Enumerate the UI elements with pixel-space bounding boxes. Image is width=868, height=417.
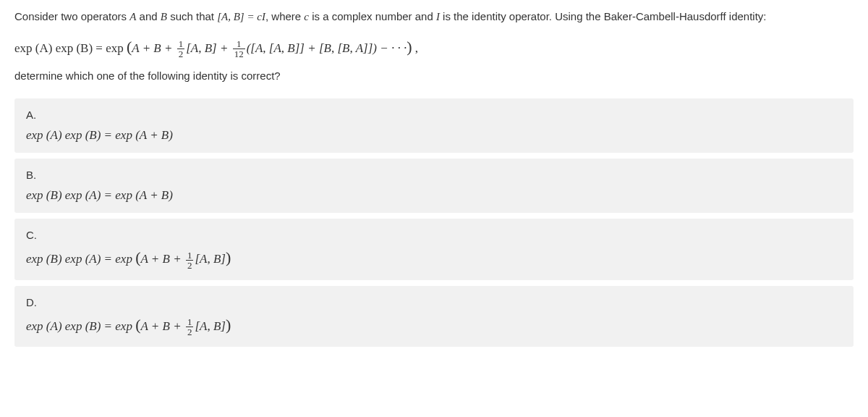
option-a-label: A.: [26, 109, 842, 121]
var-B: B: [161, 11, 167, 22]
commutator: [A, B] = cI: [217, 11, 265, 22]
option-c-label: C.: [26, 229, 842, 241]
main-formula: exp (A) exp (B) = exp (A + B + 12[A, B] …: [14, 34, 854, 59]
formula-lhs: exp (A) exp (B) = exp: [14, 41, 127, 55]
intro-text-3: such that: [167, 10, 217, 22]
intro-text-1: Consider two operators: [14, 10, 129, 22]
option-a-formula: exp (A) exp (B) = exp (A + B): [26, 128, 173, 142]
option-a[interactable]: A. exp (A) exp (B) = exp (A + B): [14, 98, 854, 153]
option-d-formula: exp (A) exp (B) = exp (A + B + 12[A, B]): [26, 319, 231, 333]
formula-tail: ,: [412, 41, 418, 55]
option-d[interactable]: D. exp (A) exp (B) = exp (A + B + 12[A, …: [14, 286, 854, 348]
var-c: c: [304, 11, 309, 22]
formula-term1: A + B +: [132, 41, 175, 55]
frac-half-d: 12: [186, 317, 194, 337]
intro-text-6: is the identity operator. Using the Bake…: [440, 10, 767, 22]
question-intro: Consider two operators A and B such that…: [14, 9, 854, 25]
option-b-label: B.: [26, 169, 842, 181]
frac-half: 12: [177, 39, 185, 59]
intro-text-5: is a complex number and: [309, 10, 436, 22]
option-d-label: D.: [26, 296, 842, 308]
option-c-formula: exp (B) exp (A) = exp (A + B + 12[A, B]): [26, 252, 231, 266]
frac-twelfth: 112: [233, 39, 245, 59]
question-ask: determine which one of the following ide…: [14, 68, 854, 85]
intro-text-2: and: [136, 10, 160, 22]
intro-text-4: , where: [265, 10, 304, 22]
option-b-formula: exp (B) exp (A) = exp (A + B): [26, 188, 173, 202]
frac-half-c: 12: [186, 250, 194, 270]
option-b[interactable]: B. exp (B) exp (A) = exp (A + B): [14, 159, 854, 213]
formula-term2: [A, B] +: [186, 41, 231, 55]
option-c[interactable]: C. exp (B) exp (A) = exp (A + B + 12[A, …: [14, 219, 854, 280]
formula-term3: ([A, [A, B]] + [B, [B, A]]) − · · ·: [247, 41, 407, 55]
